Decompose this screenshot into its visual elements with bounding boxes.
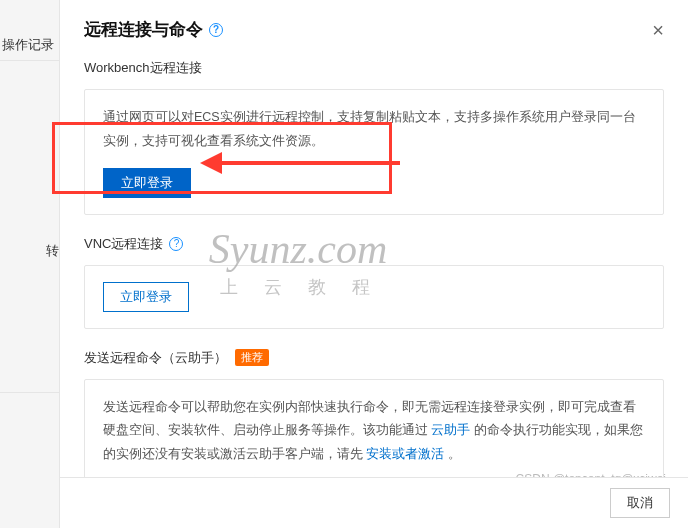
- modal-header: 远程连接与命令 ? ×: [84, 18, 664, 41]
- sidebar-transfer: 转: [46, 242, 59, 260]
- vnc-box: 立即登录: [84, 265, 664, 329]
- cancel-button[interactable]: 取消: [610, 488, 670, 518]
- modal-title: 远程连接与命令 ?: [84, 18, 223, 41]
- workbench-section-title: Workbench远程连接: [84, 59, 664, 77]
- help-icon[interactable]: ?: [209, 23, 223, 37]
- close-icon[interactable]: ×: [652, 20, 664, 40]
- background-sidebar: 操作记录 转: [0, 0, 60, 528]
- sidebar-divider: [0, 392, 60, 393]
- help-icon[interactable]: ?: [169, 237, 183, 251]
- desc-text: 。: [444, 447, 460, 461]
- cloud-assistant-link[interactable]: 云助手: [431, 423, 470, 437]
- remote-cmd-section-title: 发送远程命令（云助手） 推荐: [84, 349, 664, 367]
- workbench-box: 通过网页可以对ECS实例进行远程控制，支持复制粘贴文本，支持多操作系统用户登录同…: [84, 89, 664, 215]
- vnc-section-title: VNC远程连接 ?: [84, 235, 664, 253]
- recommend-badge: 推荐: [235, 349, 269, 366]
- vnc-login-button[interactable]: 立即登录: [103, 282, 189, 312]
- modal-footer: 取消: [60, 477, 688, 528]
- sidebar-divider: [0, 60, 60, 61]
- workbench-login-button[interactable]: 立即登录: [103, 168, 191, 198]
- remote-connection-modal: 远程连接与命令 ? × Workbench远程连接 通过网页可以对ECS实例进行…: [60, 0, 688, 528]
- sidebar-op-record: 操作记录: [2, 36, 54, 54]
- vnc-title-text: VNC远程连接: [84, 235, 163, 253]
- workbench-desc: 通过网页可以对ECS实例进行远程控制，支持复制粘贴文本，支持多操作系统用户登录同…: [103, 106, 645, 154]
- modal-title-text: 远程连接与命令: [84, 18, 203, 41]
- install-activate-link[interactable]: 安装或者激活: [366, 447, 444, 461]
- remote-cmd-title-text: 发送远程命令（云助手）: [84, 349, 227, 367]
- remote-cmd-desc: 发送远程命令可以帮助您在实例内部快速执行命令，即无需远程连接登录实例，即可完成查…: [103, 396, 645, 467]
